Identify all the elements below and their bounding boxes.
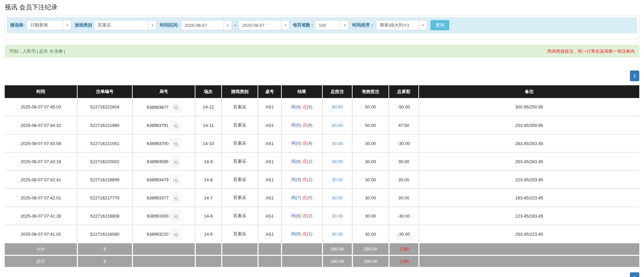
cell-game-type: 百家乐 [222, 225, 258, 243]
cell-table-no: AS1 [258, 116, 281, 134]
video-replay-button[interactable] [171, 138, 181, 149]
cell-session: 14-11 [195, 116, 222, 134]
table-row: 2025-08-07 07:42:01 522716217779 6389933… [5, 189, 639, 207]
date-to-select[interactable]: 2025-08-07 ▼ [238, 20, 289, 30]
cell-result: 闲(8)庄(2) [281, 152, 322, 171]
result-player-label: 闲 [291, 177, 296, 182]
cell-round-id: 638993700 [132, 134, 195, 152]
cell-remark: 253.45/283.45 [419, 152, 639, 171]
cell-session: 14-9 [195, 152, 222, 171]
total-bet-link[interactable]: 50.00 [332, 104, 343, 109]
cell-session: 14-7 [195, 189, 222, 207]
result-banker-num: (4) [307, 141, 313, 146]
query-type-select[interactable]: 日期查询 ▼ [27, 20, 71, 30]
video-replay-button[interactable] [171, 211, 181, 221]
page-title: 视讯 会员下注纪录 [5, 3, 639, 12]
result-banker-num: (2) [307, 213, 313, 218]
grand-total-valid-bet: 280.00 [352, 255, 389, 267]
currency-total-text: 币别：人民币 | 总共 :8 注单 | [9, 48, 65, 54]
cell-session: 14-8 [195, 171, 222, 189]
video-replay-button[interactable] [171, 192, 181, 203]
sort-order-label: 时间排序： [352, 22, 374, 28]
page-1-button[interactable]: 1 [630, 71, 639, 81]
cell-table-no: AS1 [258, 171, 281, 189]
video-replay-button[interactable] [171, 229, 181, 239]
total-bet-link[interactable]: 30.00 [332, 159, 343, 164]
cell-table-no: AS1 [258, 98, 281, 116]
grand-total-count: 8 [77, 255, 132, 267]
cell-total-bet: 30.00 [322, 225, 352, 243]
result-player-num: (8) [296, 213, 301, 218]
total-bet-link[interactable]: 50.00 [332, 123, 343, 128]
round-id: 638993300 [147, 214, 169, 219]
cell-remark: 223.45/193.45 [419, 207, 639, 225]
result-banker-label: 庄 [303, 141, 307, 146]
video-replay-button[interactable] [171, 174, 181, 185]
page-container: 视讯 会员下注纪录 请选择: 日期查询 ▼ 游戏类别 百家乐 ▼ 时间区间: 2… [0, 3, 644, 277]
cell-total-bet: 30.00 [322, 189, 352, 207]
video-file-icon [173, 122, 179, 129]
cell-remark: 253.45/300.95 [419, 116, 639, 134]
cell-table-no: AS1 [258, 189, 281, 207]
cell-time: 2025-08-07 07:42:01 [5, 189, 77, 207]
cell-valid-bet: 30.00 [352, 189, 389, 207]
total-bet-link[interactable]: 30.00 [332, 141, 343, 146]
cell-valid-bet: 50.00 [352, 116, 389, 134]
total-bet-link[interactable]: 30.00 [332, 177, 343, 182]
subtotal-label: 小计 [5, 243, 77, 255]
header-valid-bet: 有效投注 [352, 85, 389, 98]
result-player-label: 闲 [291, 231, 296, 236]
total-bet-link[interactable]: 30.00 [332, 232, 343, 237]
header-result: 结果 [281, 85, 322, 98]
total-bet-link[interactable]: 30.00 [332, 214, 343, 219]
result-player-num: (5) [296, 123, 301, 128]
game-type-select[interactable]: 百家乐 ▼ [94, 20, 156, 30]
pagination-bottom: 1 [5, 272, 639, 277]
header-payout: 总派彩 [389, 85, 419, 98]
cell-game-type: 百家乐 [222, 171, 258, 189]
result-banker-num: (0) [307, 195, 313, 200]
video-file-icon [173, 158, 179, 165]
cell-valid-bet: 30.00 [352, 225, 389, 243]
sort-order-select[interactable]: 降幂(由大到小) ▼ [376, 20, 427, 30]
video-replay-button[interactable] [171, 120, 181, 131]
video-replay-button[interactable] [171, 156, 181, 167]
game-type-label: 游戏类别 [75, 22, 92, 28]
subtotal-valid-bet: 280.00 [352, 243, 389, 255]
pagination-top: 1 [5, 71, 639, 81]
header-game-type: 游戏类别 [222, 85, 258, 98]
video-replay-button[interactable] [171, 102, 181, 112]
time-range-label: 时间区间: [160, 22, 179, 28]
cell-remark: 253.45/223.45 [419, 225, 639, 243]
cell-payout: 47.50 [389, 116, 419, 134]
header-time: 时间 [5, 85, 77, 98]
cell-table-no: AS1 [258, 225, 281, 243]
page-size-select[interactable]: 100 ▼ [315, 20, 349, 30]
total-bet-link[interactable]: 30.00 [332, 195, 343, 200]
cell-table-no: AS1 [258, 134, 281, 152]
cell-total-bet: 50.00 [322, 116, 352, 134]
cell-bet-id: 522716220002 [77, 152, 132, 171]
cell-bet-id: 522716218899 [77, 171, 132, 189]
cell-game-type: 百家乐 [222, 134, 258, 152]
cell-game-type: 百家乐 [222, 189, 258, 207]
page-1-button[interactable]: 1 [630, 272, 639, 277]
subtotal-total-bet: 280.00 [322, 243, 352, 255]
date-from-select[interactable]: 2025-08-07 ▼ [181, 20, 232, 30]
query-button[interactable]: 查询 [430, 20, 449, 30]
result-banker-label: 庄 [303, 213, 307, 218]
cell-result: 闲(3)庄(2) [281, 171, 322, 189]
round-id: 638993479 [147, 177, 169, 182]
table-row: 2025-08-07 07:45:03 522716222804 6389938… [5, 98, 639, 116]
result-banker-label: 庄 [303, 123, 307, 128]
result-player-num: (0) [296, 141, 301, 146]
cell-valid-bet: 30.00 [352, 152, 389, 171]
result-player-num: (7) [296, 195, 301, 200]
summary-alert: 币别：人民币 | 总共 :8 注单 | 同局有效投注，统一计算在该局第一张注单内 [5, 45, 639, 57]
table-row: 2025-08-07 07:41:28 522716216808 6389933… [5, 207, 639, 225]
cell-remark: 223.45/253.45 [419, 171, 639, 189]
cell-time: 2025-08-07 07:41:28 [5, 207, 77, 225]
cell-bet-id: 522716216808 [77, 207, 132, 225]
subtotal-count: 8 [77, 243, 132, 255]
header-session: 场次 [195, 85, 222, 98]
